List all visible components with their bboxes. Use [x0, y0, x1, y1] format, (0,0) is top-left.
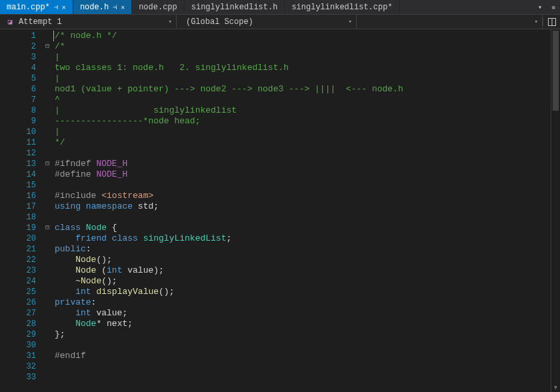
code-area[interactable]: /* node.h */ /* | two classes 1: node.h …	[53, 29, 551, 392]
line-number-gutter: 1234567891011121314151617181920212223242…	[0, 29, 41, 392]
line-number: 19	[0, 223, 41, 233]
fold-guide	[41, 308, 53, 319]
tab-singlylinkedlist-cpp[interactable]: singlylinkedlist.cpp*	[285, 0, 399, 14]
scope-selector-2[interactable]: (Global Scope) ▾	[177, 15, 357, 29]
tab-main-cpp[interactable]: main.cpp* ⊣ ✕	[0, 0, 73, 14]
fold-guide	[41, 95, 53, 105]
fold-guide	[41, 63, 53, 73]
scope-selector-3[interactable]: ▾	[357, 15, 543, 29]
line-number: 22	[0, 255, 41, 265]
fold-guide	[41, 244, 53, 255]
fold-guide	[41, 52, 53, 63]
fold-guide	[41, 351, 53, 361]
close-icon[interactable]: ✕	[121, 3, 125, 11]
tab-node-cpp[interactable]: node.cpp	[132, 0, 185, 14]
fold-guide	[41, 319, 53, 329]
tab-overflow-icon[interactable]: ▾	[533, 0, 547, 14]
fold-guide	[41, 73, 53, 84]
fold-guide	[41, 127, 53, 137]
line-number: 15	[0, 180, 41, 191]
fold-guide	[41, 137, 53, 148]
line-number: 9	[0, 116, 41, 127]
line-number: 23	[0, 265, 41, 276]
line-number: 20	[0, 233, 41, 244]
scope-selector-1[interactable]: ◪ Attempt 1 ▾	[0, 15, 177, 29]
fold-guide	[41, 233, 53, 244]
chevron-down-icon: ▾	[349, 18, 352, 25]
project-icon: ◪	[4, 17, 16, 26]
fold-guide	[41, 84, 53, 95]
fold-guide	[41, 148, 53, 159]
line-number: 12	[0, 148, 41, 159]
line-number: 30	[0, 340, 41, 351]
chevron-down-icon: ▾	[169, 18, 172, 25]
line-number: 1	[0, 31, 41, 41]
close-icon[interactable]: ✕	[62, 3, 66, 11]
fold-guide	[41, 31, 53, 41]
fold-guide	[41, 255, 53, 265]
line-number: 31	[0, 351, 41, 361]
fold-guide	[41, 265, 53, 276]
line-number: 14	[0, 169, 41, 180]
fold-guide	[41, 169, 53, 180]
fold-column	[41, 29, 53, 392]
line-number: 33	[0, 372, 41, 383]
chevron-down-icon: ▾	[535, 18, 538, 25]
fold-toggle-icon[interactable]	[41, 41, 53, 52]
fold-toggle-icon[interactable]	[41, 159, 53, 169]
split-view-icon[interactable]	[543, 18, 560, 26]
scope-label: (Global Scope)	[186, 17, 253, 27]
line-number: 25	[0, 287, 41, 297]
pin-icon[interactable]: ⊣	[113, 3, 117, 11]
line-number: 28	[0, 319, 41, 329]
tab-label: singlylinkedlist.cpp*	[291, 3, 392, 12]
line-number: 27	[0, 308, 41, 319]
line-number: 21	[0, 244, 41, 255]
line-number: 16	[0, 191, 41, 201]
line-number: 11	[0, 137, 41, 148]
scrollbar-thumb[interactable]	[553, 31, 559, 111]
tab-node-h[interactable]: node.h ⊣ ✕	[73, 0, 132, 14]
fold-guide	[41, 329, 53, 340]
tab-bar: main.cpp* ⊣ ✕ node.h ⊣ ✕ node.cpp singly…	[0, 0, 560, 15]
line-number: 10	[0, 127, 41, 137]
fold-guide	[41, 276, 53, 287]
context-bar: ◪ Attempt 1 ▾ (Global Scope) ▾ ▾	[0, 15, 560, 29]
fold-guide	[41, 297, 53, 308]
line-number: 6	[0, 84, 41, 95]
fold-guide	[41, 116, 53, 127]
vertical-scrollbar[interactable]: ▲ ▼	[551, 29, 560, 392]
fold-guide	[41, 372, 53, 383]
fold-guide	[41, 180, 53, 191]
fold-guide	[41, 212, 53, 223]
tab-singlylinkedlist-h[interactable]: singlylinkedlist.h	[185, 0, 285, 14]
line-number: 8	[0, 105, 41, 116]
fold-guide	[41, 287, 53, 297]
line-number: 29	[0, 329, 41, 340]
gear-icon[interactable]: ✲	[547, 0, 560, 14]
line-number: 26	[0, 297, 41, 308]
line-number: 5	[0, 73, 41, 84]
scope-label: Attempt 1	[19, 17, 62, 27]
line-number: 32	[0, 361, 41, 372]
tab-label: singlylinkedlist.h	[191, 3, 278, 12]
tab-label: node.cpp	[139, 3, 177, 12]
tab-label: node.h	[80, 3, 109, 12]
fold-guide	[41, 201, 53, 212]
line-number: 4	[0, 63, 41, 73]
line-number: 3	[0, 52, 41, 63]
line-number: 2	[0, 41, 41, 52]
fold-guide	[41, 340, 53, 351]
fold-guide	[41, 191, 53, 201]
line-number: 24	[0, 276, 41, 287]
editor: 1234567891011121314151617181920212223242…	[0, 29, 560, 392]
line-number: 13	[0, 159, 41, 169]
fold-guide	[41, 105, 53, 116]
fold-guide	[41, 361, 53, 372]
fold-toggle-icon[interactable]	[41, 223, 53, 233]
scroll-down-icon[interactable]: ▼	[551, 385, 560, 391]
line-number: 7	[0, 95, 41, 105]
pin-icon[interactable]: ⊣	[54, 3, 58, 11]
line-number: 18	[0, 212, 41, 223]
line-number: 17	[0, 201, 41, 212]
